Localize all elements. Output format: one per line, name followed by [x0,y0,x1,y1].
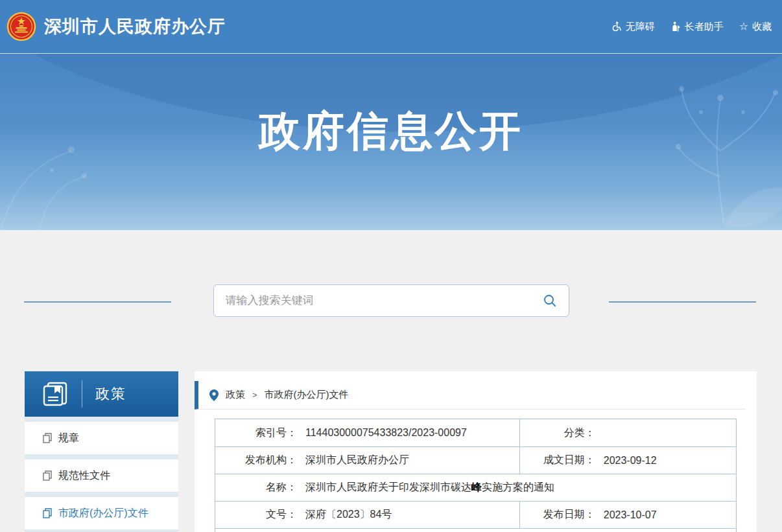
search-section [0,230,782,371]
name-text-post: 实施方案的通知 [482,481,554,492]
breadcrumb-item-policy[interactable]: 政策 [226,389,245,401]
issuer-cell: 发布机构： 深圳市人民政府办公厅 [215,447,520,474]
publish-date-cell: 发布日期： 2023-10-07 [520,502,736,528]
document-name-label: 名称： [215,481,297,494]
document-info-table: 索引号： 114403000075433823/2023-00097 分类： 发… [215,419,737,532]
book-icon [41,381,69,407]
publish-date-value: 2023-10-07 [604,509,657,521]
sidebar-item-regulations[interactable]: 规章 [25,422,178,454]
banner: 政府信息公开 [0,53,782,230]
index-number-value: 114403000075433823/2023-00097 [305,427,467,439]
main-panel: 政策 > 市政府(办公厅)文件 索引号： 114403000075433823/… [195,371,757,532]
breadcrumb-item-municipal-office-docs[interactable]: 市政府(办公厅)文件 [265,389,349,401]
page-title: 政府信息公开 [0,103,782,159]
table-row-name: 名称： 深圳市人民政府关于印发深圳市碳达峰实施方案的通知 [215,474,736,501]
doc-number-value: 深府〔2023〕84号 [305,508,392,522]
document-name-value: 深圳市人民政府关于印发深圳市碳达峰实施方案的通知 [305,481,554,494]
search-icon [543,294,557,308]
search-box [213,284,569,317]
search-button[interactable] [543,294,557,308]
document-icon [43,508,53,518]
sidebar-header: 政策 [25,371,178,417]
decorative-line-right [609,301,756,303]
sidebar-item-municipal-office-docs[interactable]: 市政府(办公厅)文件 [25,497,178,529]
star-icon: ☆ [739,21,748,32]
publish-date-label: 发布日期： [520,508,595,522]
sidebar: 政策 规章 规范性文件 [25,371,178,532]
sidebar-header-divider [82,380,82,408]
index-number-cell: 索引号： 114403000075433823/2023-00097 [215,419,520,446]
doc-number-label: 文号： [215,508,297,522]
document-icon [43,470,53,481]
category-cell: 分类： [520,419,736,446]
issuer-value: 深圳市人民政府办公厅 [305,454,409,467]
sidebar-menu: 规章 规范性文件 市政府(办公厅)文件 [25,417,178,532]
elder-assist-label: 长者助手 [685,21,724,33]
accessibility-label: 无障碍 [626,21,655,33]
elder-assist-icon [670,21,681,32]
doc-number-cell: 文号： 深府〔2023〕84号 [215,502,520,528]
partial-cell [215,529,736,532]
site-title: 深圳市人民政府办公厅 [44,15,226,38]
sidebar-item-normative-docs[interactable]: 规范性文件 [25,459,178,492]
issuer-label: 发布机构： [215,454,297,467]
breadcrumb: 政策 > 市政府(办公厅)文件 [195,381,746,410]
header-links: 无障碍 长者助手 ☆ 收藏 [611,21,772,33]
national-emblem-icon [6,12,36,41]
sidebar-item-label: 规范性文件 [58,469,110,483]
favorite-link[interactable]: ☆ 收藏 [739,21,772,33]
table-row-doc-number: 文号： 深府〔2023〕84号 发布日期： 2023-10-07 [215,501,736,528]
content-area: 政策 规章 规范性文件 [0,371,782,532]
sidebar-header-label: 政策 [95,384,126,404]
sidebar-item-label: 市政府(办公厅)文件 [58,507,148,520]
breadcrumb-separator: > [252,390,257,400]
category-label: 分类： [520,426,595,440]
location-pin-icon [209,389,219,401]
written-date-cell: 成文日期： 2023-09-12 [520,447,736,474]
elder-assist-link[interactable]: 长者助手 [670,21,724,33]
document-icon [43,433,53,443]
header-bar: 深圳市人民政府办公厅 无障碍 长者助手 ☆ 收藏 [0,0,782,53]
table-row-issuer: 发布机构： 深圳市人民政府办公厅 成文日期： 2023-09-12 [215,446,736,474]
sidebar-item-label: 规章 [58,432,79,445]
index-number-label: 索引号： [215,426,297,440]
decorative-line-left [24,301,171,303]
favorite-label: 收藏 [752,21,772,33]
document-name-cell: 名称： 深圳市人民政府关于印发深圳市碳达峰实施方案的通知 [215,474,736,501]
table-row-partial [215,528,736,532]
name-highlight-keyword: 峰 [471,481,482,492]
written-date-value: 2023-09-12 [604,455,657,467]
accessibility-link[interactable]: 无障碍 [611,21,655,33]
accessibility-icon [611,21,622,32]
written-date-label: 成文日期： [520,454,595,467]
search-input[interactable] [226,294,543,307]
table-row-index: 索引号： 114403000075433823/2023-00097 分类： [215,419,736,446]
name-text-pre: 深圳市人民政府关于印发深圳市碳达 [305,481,471,492]
